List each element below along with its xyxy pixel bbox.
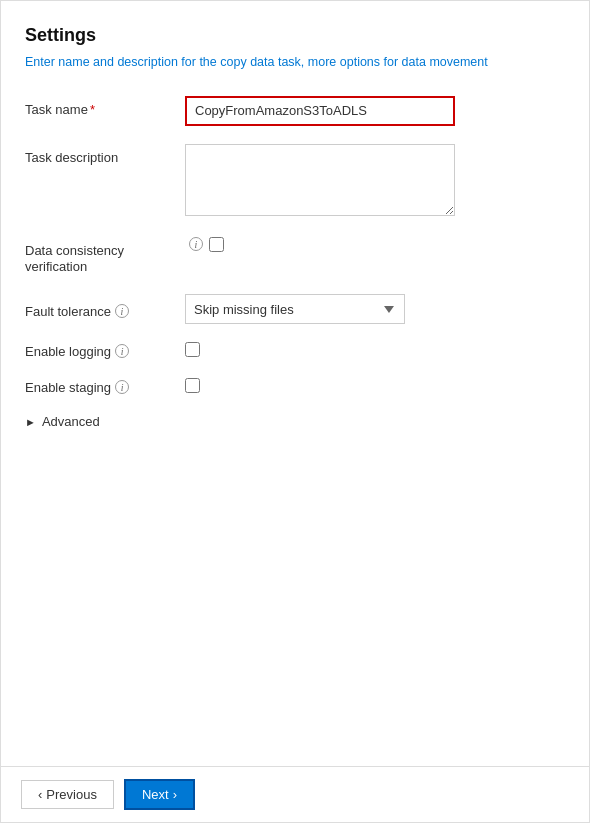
enable-logging-row: Enable logging i xyxy=(25,342,565,360)
fault-tolerance-select[interactable]: Skip missing files None Skip incompatibl… xyxy=(185,294,405,324)
fault-tolerance-wrapper: Skip missing files None Skip incompatibl… xyxy=(185,294,565,324)
advanced-expand-icon: ► xyxy=(25,416,36,428)
task-description-wrapper xyxy=(185,144,565,219)
enable-logging-wrapper xyxy=(185,342,565,360)
enable-staging-wrapper xyxy=(185,378,565,396)
task-name-input[interactable] xyxy=(185,96,455,126)
footer: ‹ Previous Next › xyxy=(1,766,589,822)
page-subtitle: Enter name and description for the copy … xyxy=(25,54,565,72)
enable-staging-label: Enable staging xyxy=(25,380,111,395)
previous-button[interactable]: ‹ Previous xyxy=(21,780,114,809)
task-description-label: Task description xyxy=(25,144,185,167)
next-label: Next xyxy=(142,787,169,802)
fault-tolerance-label: Fault tolerance xyxy=(25,304,111,319)
advanced-section[interactable]: ► Advanced xyxy=(25,414,565,429)
task-description-row: Task description xyxy=(25,144,565,219)
advanced-label: Advanced xyxy=(42,414,100,429)
previous-label: Previous xyxy=(46,787,97,802)
enable-staging-info-icon[interactable]: i xyxy=(115,380,129,394)
next-arrow-icon: › xyxy=(173,787,177,802)
enable-staging-checkbox[interactable] xyxy=(185,378,200,393)
previous-arrow-icon: ‹ xyxy=(38,787,42,802)
data-consistency-row: Data consistency verification i xyxy=(25,237,565,277)
data-consistency-wrapper: i xyxy=(185,237,565,252)
main-content: Settings Enter name and description for … xyxy=(1,1,589,766)
task-name-wrapper xyxy=(185,96,565,126)
task-name-row: Task name* xyxy=(25,96,565,126)
enable-logging-info-icon[interactable]: i xyxy=(115,344,129,358)
enable-staging-row: Enable staging i xyxy=(25,378,565,396)
data-consistency-info-icon[interactable]: i xyxy=(189,237,203,251)
task-description-textarea[interactable] xyxy=(185,144,455,216)
enable-logging-label-wrapper: Enable logging i xyxy=(25,344,185,359)
data-consistency-checkbox[interactable] xyxy=(209,237,224,252)
task-name-label: Task name* xyxy=(25,96,185,119)
enable-logging-label: Enable logging xyxy=(25,344,111,359)
page-title: Settings xyxy=(25,25,565,46)
enable-logging-checkbox[interactable] xyxy=(185,342,200,357)
fault-tolerance-info-icon[interactable]: i xyxy=(115,304,129,318)
next-button[interactable]: Next › xyxy=(124,779,195,810)
data-consistency-label: Data consistency verification xyxy=(25,237,185,277)
enable-staging-label-wrapper: Enable staging i xyxy=(25,380,185,395)
fault-tolerance-label-wrapper: Fault tolerance i xyxy=(25,300,185,319)
required-star: * xyxy=(90,102,95,117)
fault-tolerance-row: Fault tolerance i Skip missing files Non… xyxy=(25,294,565,324)
